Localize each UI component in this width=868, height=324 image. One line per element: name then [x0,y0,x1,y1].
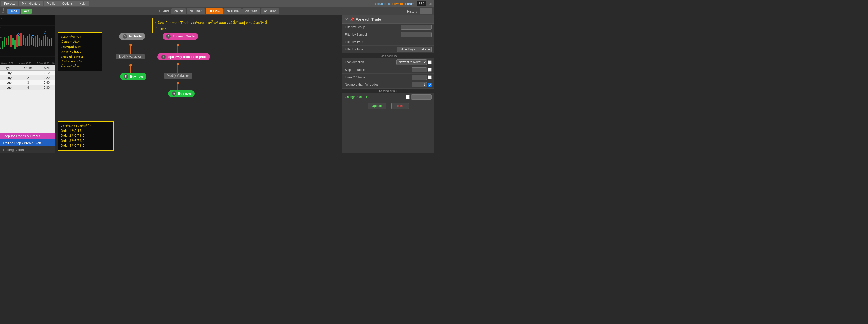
skip-n-label: Skip "n" trades [345,68,412,72]
menu-projects[interactable]: Projects [1,1,18,6]
events-label: Events [159,9,169,13]
top-links: Instructions How To Forum [373,2,415,6]
skip-n-checkbox[interactable] [428,68,432,72]
filter-group-label: Filter by Group [345,25,401,29]
svg-rect-21 [35,36,36,46]
tab-on-chart[interactable]: on Chart [242,8,260,14]
ex4-button[interactable]: .ex4 [21,9,32,14]
flow-node-6[interactable]: 6 For each Trade [162,33,198,40]
nav-loop-trades[interactable]: Loop for Trades & Orders [0,133,55,139]
svg-rect-16 [25,38,26,45]
svg-rect-15 [23,35,24,45]
svg-rect-27 [47,37,49,46]
not-more-than-row: Not more than "n" trades [342,81,434,89]
node-3-label: No trade [129,35,142,38]
nav-trading-actions[interactable]: Trading Actions [0,147,55,153]
tab-on-init[interactable]: on Init [171,8,186,14]
loop-direction-checkbox[interactable] [428,60,432,64]
close-icon[interactable]: ✕ [345,17,348,22]
every-n-checkbox[interactable] [428,75,432,79]
svg-text:S: S [0,17,2,20]
right-panel: ✕ 📌 For each Trade Filter by Group Filte… [342,15,434,153]
node-9-label: Buy now [178,92,191,95]
tab-on-timer[interactable]: on Timer [187,8,205,14]
filter-group-row: Filter by Group [342,24,434,31]
svg-rect-25 [43,36,44,46]
filter-type-select[interactable]: Either Buys or Sells Buys only Sells onl… [397,46,432,52]
cell-order-1: 1 [18,71,38,75]
svg-text:2: 2 [0,46,1,49]
svg-rect-24 [41,40,42,46]
svg-point-46 [129,43,132,46]
modify-variables-1[interactable]: Modify Variables [116,54,145,59]
node-5-label: Buy now [130,75,143,78]
delete-button[interactable]: Delete [392,103,409,109]
full-button[interactable]: Full [427,2,432,6]
action-buttons-row: Update Delete [342,101,434,111]
menu-help[interactable]: Help [76,1,89,6]
svg-text:4 Jan 09:00: 4 Jan 09:00 [19,62,31,64]
pin-icon[interactable]: 📌 [350,18,354,22]
loop-direction-row: Loop direction Newest to oldest Oldest t… [342,58,434,66]
filter-symbol-input[interactable] [401,32,432,37]
link-forum[interactable]: Forum [405,2,415,6]
not-more-than-input[interactable] [412,82,427,87]
flow-node-7[interactable]: 7 pips away from open-price [157,53,210,60]
link-instructions[interactable]: Instructions [373,2,390,6]
svg-rect-26 [45,35,46,46]
col-type: Type [0,65,18,71]
modify-variables-2[interactable]: Modify Variables [164,73,192,78]
svg-rect-5 [2,41,3,48]
loop-settings-header: Loop settings [342,54,434,58]
change-status-input[interactable] [411,94,432,100]
not-more-than-checkbox[interactable] [428,83,432,87]
menu-profile[interactable]: Profile [44,1,59,6]
tab-on-trade[interactable]: on Trade [223,8,242,14]
filter-group-input[interactable] [401,25,432,30]
node-5-number: 5 [124,74,128,79]
svg-point-47 [129,64,132,67]
bottom-annotation-text: จากตัวอย่าง ลำดับที่คือOrder 1 # 3-4-5Or… [61,124,91,148]
left-annotation-box: ชุดแรกทำงานแค่เปิดออเดอร์แรกและหยุดทำงาน… [58,32,102,71]
nav-trailing-stop[interactable]: Trailing Stop / Break Even [0,139,55,147]
svg-rect-14 [21,33,22,46]
tick-subscript: 7 [218,11,220,13]
svg-text:5: 5 [0,26,1,29]
node-7-number: 7 [161,55,165,59]
node-6-number: 6 [166,34,171,39]
filter-type-static-row: Filter by Type [342,38,434,45]
svg-rect-20 [33,38,34,45]
table-row: buy 4 0.80 [0,85,55,90]
svg-rect-17 [27,36,28,45]
flow-node-5[interactable]: 5 Buy now [120,73,147,80]
svg-rect-13 [19,36,20,46]
flow-node-3[interactable]: 3 No trade [119,33,145,40]
tab-on-tick[interactable]: on Tick7 [206,8,223,14]
cell-size-4: 0.80 [38,85,55,90]
svg-text:3 Jan 17:00: 3 Jan 17:00 [1,62,13,64]
chart-area[interactable]: 3 Jan 17:00 4 Jan 09:00 5 Jan 01:00 5 Ja… [0,15,55,65]
tab-on-deinit[interactable]: on Deinit [261,8,279,14]
cell-order-2: 2 [18,75,38,80]
history-button[interactable]: History [407,9,417,13]
svg-rect-22 [37,35,38,47]
menu-options[interactable]: Options [59,1,76,6]
skip-n-input[interactable] [412,67,427,72]
node-7-label: pips away from open-price [167,55,206,59]
candlestick-chart: 3 Jan 17:00 4 Jan 09:00 5 Jan 01:00 5 Ja… [0,15,55,65]
left-annotation-text: ชุดแรกทำงานแค่เปิดออเดอร์แรกและหยุดทำงาน… [61,35,84,68]
update-button[interactable]: Update [368,103,386,109]
cell-type-2: buy [0,75,18,80]
svg-rect-23 [39,38,40,45]
flow-node-9[interactable]: 9 Buy now [168,90,194,97]
mq4-button[interactable]: .mq4 [7,9,20,14]
menu-my-indicators[interactable]: My Indicators [19,1,43,6]
trade-table: Type Order Size buy 1 0.10 buy 2 0.20 [0,65,55,133]
every-n-input[interactable] [412,75,427,80]
change-status-checkbox[interactable] [406,95,409,99]
svg-rect-19 [31,37,32,45]
loop-direction-select[interactable]: Newest to oldest Oldest to newest [396,59,427,65]
bottom-nav: Loop for Trades & Orders Trailing Stop /… [0,133,55,153]
filter-type-label: Filter by Type [345,47,397,51]
link-howto[interactable]: How To [392,2,403,6]
